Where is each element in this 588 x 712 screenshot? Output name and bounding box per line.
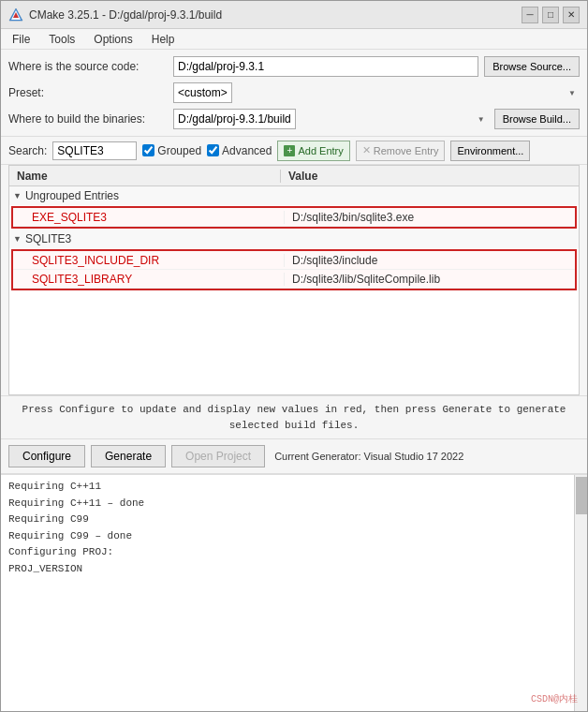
- search-input[interactable]: [52, 141, 137, 160]
- log-line-1: Requiring C++11: [8, 479, 580, 496]
- configure-button[interactable]: Configure: [8, 445, 85, 467]
- open-project-button[interactable]: Open Project: [171, 445, 265, 467]
- advanced-label: Advanced: [222, 144, 272, 157]
- advanced-checkbox[interactable]: [207, 144, 219, 156]
- log-line-3: Requiring C99: [8, 512, 580, 528]
- expand-arrow-1: ▼: [13, 191, 22, 200]
- group-ungrouped-label: Ungrouped Entries: [25, 189, 119, 202]
- menu-help[interactable]: Help: [148, 31, 179, 48]
- build-label: Where to build the binaries:: [8, 112, 168, 126]
- entry-name: SQLITE3_LIBRARY: [13, 273, 285, 286]
- table-row[interactable]: SQLITE3_LIBRARY D:/sqlite3/lib/SqliteCom…: [13, 270, 575, 289]
- table-row[interactable]: SQLITE3_INCLUDE_DIR D:/sqlite3/include: [13, 251, 575, 270]
- entry-name: EXE_SQLITE3: [13, 211, 285, 224]
- maximize-button[interactable]: □: [542, 7, 559, 23]
- status-message: Press Configure to update and display ne…: [1, 395, 587, 438]
- value-column-header: Value: [281, 170, 579, 183]
- log-area: Requiring C++11 Requiring C++11 – done R…: [1, 474, 587, 711]
- remove-entry-button[interactable]: ✕ Remove Entry: [356, 141, 446, 161]
- grouped-checkbox[interactable]: [142, 144, 154, 156]
- source-input[interactable]: [173, 56, 478, 77]
- entry-value: D:/sqlite3/bin/sqlite3.exe: [285, 211, 575, 224]
- minimize-button[interactable]: ─: [522, 7, 538, 23]
- entries-table: Name Value ▼ Ungrouped Entries EXE_SQLIT…: [8, 165, 580, 395]
- window-title: CMake 3.25.1 - D:/gdal/proj-9.3.1/build: [29, 8, 222, 22]
- group-sqlite3[interactable]: ▼ SQLITE3: [9, 230, 579, 248]
- entry-value: D:/sqlite3/include: [285, 254, 575, 267]
- plus-icon: +: [284, 145, 295, 156]
- browse-build-button[interactable]: Browse Build...: [494, 109, 580, 129]
- group-sqlite3-label: SQLITE3: [25, 232, 71, 245]
- log-scrollbar[interactable]: [574, 475, 587, 711]
- add-entry-button[interactable]: + Add Entry: [277, 141, 349, 161]
- table-row[interactable]: EXE_SQLITE3 D:/sqlite3/bin/sqlite3.exe: [13, 208, 575, 227]
- cmake-icon: [8, 7, 23, 22]
- log-line-4: Requiring C99 – done: [8, 528, 580, 545]
- menu-options[interactable]: Options: [90, 31, 136, 48]
- table-header: Name Value: [9, 166, 579, 186]
- watermark: CSDN@内桂: [531, 692, 578, 707]
- browse-source-button[interactable]: Browse Source...: [484, 56, 580, 77]
- entry-value: D:/sqlite3/lib/SqliteCompile.lib: [285, 273, 575, 286]
- environment-button[interactable]: Environment...: [450, 141, 530, 161]
- x-icon: ✕: [362, 144, 371, 156]
- source-label: Where is the source code:: [8, 60, 168, 73]
- expand-arrow-2: ▼: [13, 234, 22, 244]
- log-line-6: PROJ_VERSION: [8, 561, 580, 578]
- preset-label: Preset:: [8, 86, 168, 99]
- log-line-2: Requiring C++11 – done: [8, 496, 580, 512]
- menu-file[interactable]: File: [8, 31, 34, 48]
- group-ungrouped[interactable]: ▼ Ungrouped Entries: [9, 186, 579, 205]
- entry-name: SQLITE3_INCLUDE_DIR: [13, 254, 285, 267]
- log-line-5: Configuring PROJ:: [8, 544, 580, 561]
- generator-label: Current Generator: Visual Studio 17 2022: [274, 451, 463, 462]
- generate-button[interactable]: Generate: [91, 445, 166, 467]
- build-select[interactable]: D:/gdal/proj-9.3.1/build: [173, 109, 296, 129]
- close-button[interactable]: ✕: [563, 7, 580, 23]
- preset-select[interactable]: <custom>: [173, 82, 232, 103]
- name-column-header: Name: [9, 170, 281, 183]
- scroll-thumb[interactable]: [576, 477, 587, 514]
- search-label: Search:: [8, 144, 47, 157]
- grouped-label: Grouped: [157, 144, 201, 157]
- menu-tools[interactable]: Tools: [45, 31, 79, 48]
